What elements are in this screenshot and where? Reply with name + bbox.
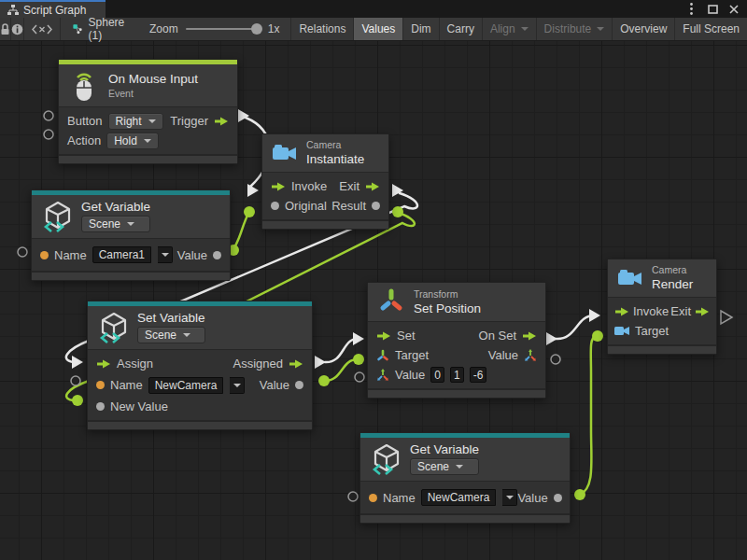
vector-y-input[interactable]: 1 xyxy=(450,367,464,383)
graph-breadcrumb-icon xyxy=(73,22,82,35)
button-label: Align xyxy=(490,22,515,35)
vector-z-input[interactable]: -6 xyxy=(470,367,487,383)
name-port-label: Name xyxy=(110,378,143,392)
mouse-button-dropdown[interactable]: Right xyxy=(108,113,163,130)
toolbar-button-dim[interactable]: Dim xyxy=(402,18,438,40)
mouse-action-value: Hold xyxy=(114,134,137,147)
port-assign-input[interactable] xyxy=(72,356,83,369)
camera-port-icon xyxy=(614,326,630,336)
unity-variable-icon xyxy=(97,312,129,343)
zoom-label: Zoom xyxy=(149,22,178,35)
inspect-button[interactable] xyxy=(11,18,24,40)
port-setvar-name-unconnected[interactable] xyxy=(71,376,80,385)
variable-name-dropdown-button[interactable] xyxy=(158,246,173,263)
wire-assigned-set[interactable] xyxy=(325,339,358,362)
value-port-dot xyxy=(213,251,221,259)
port-button-input-unconnected[interactable] xyxy=(44,111,53,120)
target-port-label: Target xyxy=(395,348,429,362)
node-title: Set Variable xyxy=(137,311,205,325)
node-camera-render[interactable]: Camera Render Invoke Exit xyxy=(607,259,717,355)
port-newcamera-value-output[interactable] xyxy=(574,489,585,500)
node-footer xyxy=(262,219,388,229)
variable-scope-value: Scene xyxy=(145,329,176,342)
zoom-slider[interactable] xyxy=(186,28,261,30)
button-port-label: Button xyxy=(67,114,103,128)
zoom-slider-handle[interactable] xyxy=(251,23,262,35)
toolbar-button-overview[interactable]: Overview xyxy=(612,18,674,40)
wire-newcamera-rendertarget[interactable] xyxy=(580,336,596,495)
value-in-port-label: Value xyxy=(395,368,425,382)
kebab-menu-icon[interactable] xyxy=(684,2,698,17)
flow-arrow-icon xyxy=(289,359,303,369)
variable-name-dropdown-button[interactable] xyxy=(230,377,245,394)
variable-name-dropdown-button[interactable] xyxy=(502,489,517,506)
button-label: Distribute xyxy=(544,22,592,35)
wire-camera1-original[interactable] xyxy=(233,214,248,249)
mouse-action-dropdown[interactable]: Hold xyxy=(106,133,159,149)
variable-scope-dropdown[interactable]: Scene xyxy=(410,458,479,475)
port-getvar1-name-unconnected[interactable] xyxy=(18,247,27,257)
flow-arrow-icon xyxy=(96,359,111,369)
value-port-dot xyxy=(295,381,303,389)
port-action-input-unconnected[interactable] xyxy=(44,130,53,139)
port-render-invoke-input[interactable] xyxy=(589,309,600,322)
node-camera-instantiate[interactable]: Camera Instantiate Invoke Exit xyxy=(261,133,389,230)
port-original-input[interactable] xyxy=(244,206,255,217)
port-render-exit-unconnected[interactable] xyxy=(721,311,732,324)
chevron-down-icon xyxy=(506,496,514,503)
graph-breadcrumb[interactable]: Sphere (1) xyxy=(65,18,135,40)
port-onset-output[interactable] xyxy=(546,332,557,345)
port-invoke-input[interactable] xyxy=(247,184,259,197)
vector-x-input[interactable]: 0 xyxy=(430,367,444,383)
variable-scope-value: Scene xyxy=(417,460,449,473)
port-trigger-output[interactable] xyxy=(238,109,249,122)
toolbar-button-align[interactable]: Align xyxy=(482,18,536,40)
chevron-down-icon xyxy=(597,27,604,35)
graph-toolbar: Sphere (1) Zoom 1x Relations Values Dim … xyxy=(0,18,747,41)
new-value-port-label: New Value xyxy=(110,399,168,413)
maximize-icon[interactable] xyxy=(705,2,720,17)
trigger-port-label: Trigger xyxy=(170,114,208,128)
code-icon xyxy=(32,24,52,35)
toolbar-button-carry[interactable]: Carry xyxy=(439,18,482,40)
variable-scope-dropdown[interactable]: Scene xyxy=(137,327,205,343)
toolbar-button-fullscreen[interactable]: Full Screen xyxy=(674,18,747,40)
chevron-down-icon xyxy=(148,119,156,127)
port-setvar-value-output[interactable] xyxy=(318,375,330,386)
port-setposition-value-in-unconnected[interactable] xyxy=(355,372,364,382)
node-get-variable-camera1[interactable]: Get Variable Scene Name Camera1 Value xyxy=(31,189,231,281)
node-on-mouse-input[interactable]: On Mouse Input Event Button Right Trigge… xyxy=(58,59,238,164)
toolbar-button-relations[interactable]: Relations xyxy=(290,18,353,40)
lock-button[interactable] xyxy=(0,18,11,40)
chevron-down-icon xyxy=(183,333,190,341)
port-render-target-input[interactable] xyxy=(592,330,603,342)
graph-tab-icon xyxy=(7,5,19,16)
node-set-variable[interactable]: Set Variable Scene Assign Assigned xyxy=(87,301,313,430)
port-target-input[interactable] xyxy=(353,354,364,365)
toolbar-button-distribute[interactable]: Distribute xyxy=(536,18,613,40)
variable-name-field[interactable]: NewCamera xyxy=(148,377,224,394)
port-set-input[interactable] xyxy=(353,332,364,345)
port-getvar2-name-unconnected[interactable] xyxy=(348,492,358,501)
code-view-button[interactable] xyxy=(24,18,61,40)
close-icon[interactable] xyxy=(726,2,741,17)
node-get-variable-newcamera[interactable]: Get Variable Scene Name NewCamera Value xyxy=(359,432,571,524)
exit-port-label: Exit xyxy=(670,304,691,318)
tab-title: Script Graph xyxy=(23,4,86,17)
action-port-label: Action xyxy=(67,133,101,147)
script-graph-window: On Mouse Input Event Button Right Trigge… xyxy=(0,0,747,560)
new-value-port-dot xyxy=(96,402,105,411)
port-result-output[interactable] xyxy=(392,206,403,217)
variable-name-field[interactable]: Camera1 xyxy=(92,246,151,263)
variable-name-field[interactable]: NewCamera xyxy=(421,489,497,506)
node-category: Camera xyxy=(652,264,693,275)
port-assigned-output[interactable] xyxy=(315,356,326,369)
variable-scope-dropdown[interactable]: Scene xyxy=(81,216,150,232)
wire-onset-invoke[interactable] xyxy=(556,315,594,339)
port-newvalue-input[interactable] xyxy=(72,395,83,406)
name-port-label: Name xyxy=(383,491,416,505)
node-footer xyxy=(32,271,230,280)
toolbar-button-values[interactable]: Values xyxy=(353,18,402,40)
port-setposition-value-out-unconnected[interactable] xyxy=(551,355,560,364)
node-set-position[interactable]: Transform Set Position Set On Set xyxy=(367,282,546,399)
